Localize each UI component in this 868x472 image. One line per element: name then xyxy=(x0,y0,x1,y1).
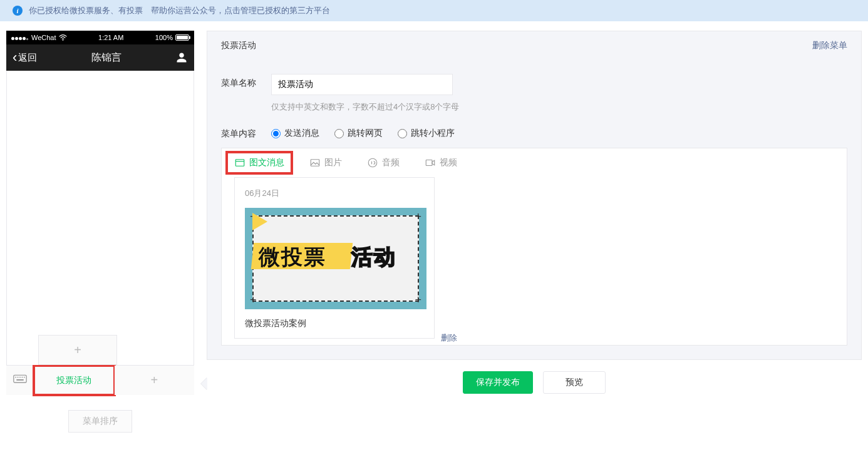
add-submenu-button[interactable]: + xyxy=(38,335,117,365)
svg-rect-1 xyxy=(13,375,26,382)
phone-body: + xyxy=(6,71,194,365)
carrier-label: WeChat xyxy=(31,34,56,41)
megaphone-icon xyxy=(252,213,267,230)
tab-video[interactable]: 视频 xyxy=(425,157,457,168)
tab-label: 图片 xyxy=(324,157,342,168)
phone-header: ‹返回 陈锦言 xyxy=(6,44,194,71)
wifi-icon xyxy=(59,34,67,41)
keyboard-icon xyxy=(13,374,27,386)
tab-article[interactable]: 图文消息 xyxy=(228,153,291,172)
add-menu-item[interactable]: + xyxy=(115,366,195,395)
sort-menu-button[interactable]: 菜单排序 xyxy=(68,410,132,433)
menu-name-input[interactable] xyxy=(271,74,453,95)
radio-label: 跳转小程序 xyxy=(411,128,455,139)
article-thumbnail: ++++ 微投票 活动 xyxy=(245,208,426,309)
menu-name-hint: 仅支持中英文和数字，字数不超过4个汉字或8个字母 xyxy=(271,101,459,113)
delete-article-link[interactable]: 删除 xyxy=(441,332,457,344)
save-publish-button[interactable]: 保存并发布 xyxy=(463,371,533,394)
back-button[interactable]: ‹返回 xyxy=(13,51,37,64)
signal-dots-icon xyxy=(11,34,29,41)
status-time: 1:21 AM xyxy=(98,34,123,41)
radio-send-message[interactable]: 发送消息 xyxy=(271,128,319,139)
notice-bar: i 你已授权给微投票服务、有投票 帮助你运营公众号，点击管理 已授权的第三方平台 xyxy=(0,0,868,21)
action-bar: 保存并发布 预览 xyxy=(207,360,862,398)
delete-menu-link[interactable]: 删除菜单 xyxy=(812,40,847,51)
radio-label: 发送消息 xyxy=(284,128,319,139)
phone-menu-bar: 投票活动 + xyxy=(6,365,194,395)
video-icon xyxy=(425,157,436,168)
chat-title: 陈锦言 xyxy=(91,51,121,64)
svg-point-0 xyxy=(62,40,63,41)
tab-audio[interactable]: 音频 xyxy=(367,157,400,168)
article-icon xyxy=(234,157,245,168)
content-box: 图文消息 图片 音频 视频 xyxy=(221,148,847,346)
content-tabs: 图文消息 图片 音频 视频 xyxy=(222,148,847,177)
battery-icon xyxy=(175,34,189,41)
tab-label: 视频 xyxy=(440,157,457,168)
panel-title: 投票活动 xyxy=(221,40,256,51)
editor-panel: 投票活动 删除菜单 菜单名称 仅支持中英文和数字，字数不超过4个汉字或8个字母 … xyxy=(207,31,862,360)
notice-text: 你已授权给微投票服务、有投票 帮助你运营公众号，点击管理 xyxy=(29,5,257,16)
back-label: 返回 xyxy=(18,52,37,64)
chevron-left-icon: ‹ xyxy=(13,51,17,64)
battery-percent: 100% xyxy=(155,34,173,41)
plus-icon: + xyxy=(150,373,158,387)
image-icon xyxy=(309,157,321,168)
menu-content-label: 菜单内容 xyxy=(221,128,271,140)
content-type-radios: 发送消息 跳转网页 跳转小程序 xyxy=(271,128,467,140)
radio-jump-page[interactable]: 跳转网页 xyxy=(334,128,383,139)
tab-label: 音频 xyxy=(382,157,400,168)
radio-jump-miniprogram[interactable]: 跳转小程序 xyxy=(398,128,455,139)
keyboard-toggle[interactable] xyxy=(6,366,34,395)
article-title: 微投票活动案例 xyxy=(245,318,424,329)
menu-item-active[interactable]: 投票活动 xyxy=(34,366,115,395)
svg-rect-10 xyxy=(311,159,319,166)
artwork-text: 微投票 xyxy=(259,243,326,272)
radio-label: 跳转网页 xyxy=(348,128,383,139)
preview-button[interactable]: 预览 xyxy=(543,371,606,394)
phone-status-bar: WeChat 1:21 AM 100% xyxy=(6,31,194,44)
tab-label: 图文消息 xyxy=(249,157,284,168)
svg-rect-12 xyxy=(426,160,432,165)
plus-icon: + xyxy=(74,343,81,357)
phone-preview: WeChat 1:21 AM 100% ‹返回 陈锦言 + 投票活动 + 菜单排… xyxy=(6,31,194,433)
artwork-text: 活动 xyxy=(351,243,396,272)
article-card[interactable]: 06月24日 ++++ 微投票 活动 微投票活动案例 xyxy=(234,177,435,339)
svg-point-11 xyxy=(368,158,377,167)
article-date: 06月24日 xyxy=(245,188,424,199)
info-icon: i xyxy=(13,6,23,16)
notice-link[interactable]: 已授权的第三方平台 xyxy=(257,5,330,16)
svg-rect-8 xyxy=(235,159,244,166)
profile-icon[interactable] xyxy=(175,51,188,64)
tab-image[interactable]: 图片 xyxy=(309,157,342,168)
menu-name-label: 菜单名称 xyxy=(221,74,271,89)
audio-icon xyxy=(367,157,378,168)
